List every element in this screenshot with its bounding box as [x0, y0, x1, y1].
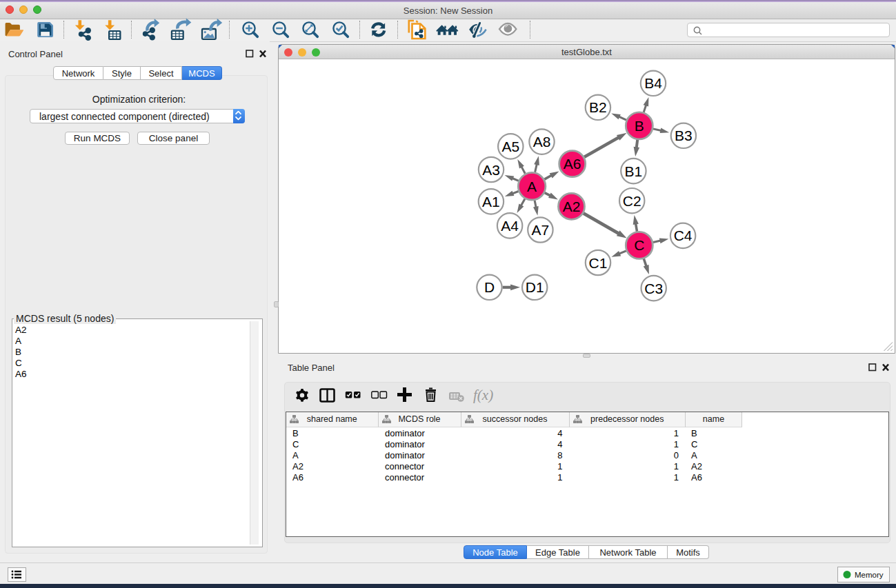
svg-text:B3: B3	[675, 128, 693, 143]
svg-text:Memory: Memory	[855, 571, 884, 579]
svg-text:D: D	[484, 279, 495, 295]
svg-text:B4: B4	[644, 75, 662, 91]
svg-text:B: B	[635, 118, 644, 134]
svg-text:A5: A5	[501, 139, 519, 154]
svg-text:C4: C4	[674, 227, 693, 243]
svg-text:B1: B1	[625, 163, 643, 179]
svg-text:A6: A6	[564, 156, 581, 172]
svg-text:A: A	[527, 179, 537, 194]
svg-text:C2: C2	[623, 193, 641, 209]
svg-text:C: C	[634, 237, 644, 253]
svg-text:C1: C1	[589, 255, 608, 271]
svg-text:A2: A2	[563, 199, 581, 214]
svg-text:C3: C3	[644, 281, 663, 296]
svg-text:A8: A8	[533, 134, 551, 150]
svg-text:B2: B2	[589, 99, 607, 115]
svg-text:D1: D1	[526, 279, 544, 295]
svg-text:A3: A3	[482, 162, 500, 178]
svg-text:A7: A7	[532, 222, 550, 238]
svg-text:A4: A4	[501, 218, 519, 234]
svg-text:A1: A1	[482, 194, 500, 210]
